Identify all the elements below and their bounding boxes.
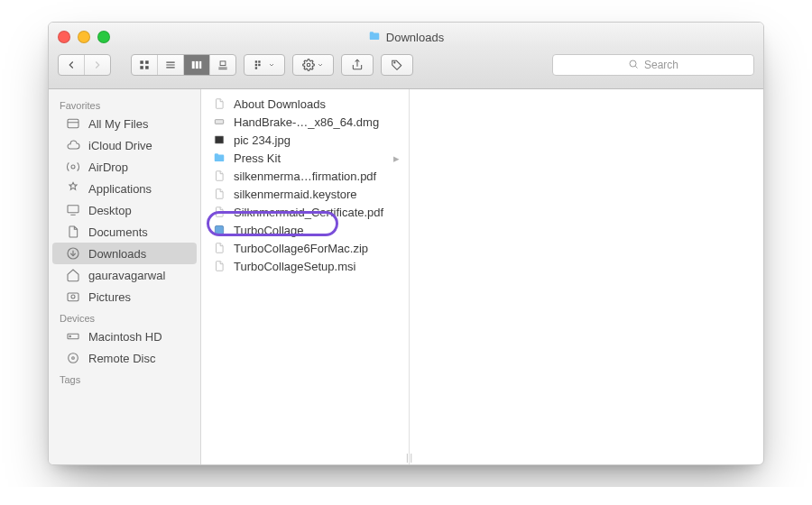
window-title-text: Downloads	[386, 31, 444, 44]
coverflow-view-button[interactable]	[210, 55, 235, 75]
forward-button[interactable]	[85, 55, 110, 75]
folder-item[interactable]: Press Kit▸	[201, 149, 409, 167]
list-view-button[interactable]	[158, 55, 184, 75]
file-item[interactable]: HandBrake-…_x86_64.dmg	[201, 113, 409, 131]
svg-point-34	[69, 354, 78, 363]
file-item[interactable]: TurboCollage6ForMac.zip	[201, 239, 409, 257]
sidebar-item-desktop[interactable]: Desktop	[52, 199, 197, 221]
sidebar-item-label: gauravagarwal	[88, 269, 165, 282]
file-item[interactable]: About Downloads	[201, 95, 409, 113]
action-button[interactable]	[292, 54, 334, 76]
sidebar: Favorites All My Files iCloud Drive AirD…	[49, 89, 201, 465]
image-icon	[212, 133, 226, 147]
sidebar-item-label: Pictures	[88, 290, 131, 304]
desktop-icon	[65, 202, 81, 218]
sidebar-item-downloads[interactable]: Downloads	[52, 243, 197, 264]
file-column: About Downloads HandBrake-…_x86_64.dmg p…	[201, 89, 410, 465]
file-label: silkenmerma…firmation.pdf	[234, 170, 400, 183]
sidebar-item-icloud-drive[interactable]: iCloud Drive	[52, 134, 197, 156]
sidebar-item-label: Remote Disc	[88, 352, 155, 365]
document-icon	[212, 187, 226, 201]
file-label: TurboCollage6ForMac.zip	[234, 242, 400, 255]
hdd-icon	[65, 328, 81, 344]
file-item[interactable]: silkenmerma…firmation.pdf	[201, 167, 409, 185]
sidebar-section-header: Favorites	[49, 95, 200, 113]
sidebar-item-applications[interactable]: Applications	[52, 178, 197, 199]
folder-icon	[212, 151, 226, 165]
icon-view-button[interactable]	[132, 55, 158, 75]
svg-rect-2	[140, 66, 143, 69]
content-area: Favorites All My Files iCloud Drive AirD…	[49, 89, 763, 465]
tags-button[interactable]	[381, 54, 413, 76]
close-window-button[interactable]	[58, 31, 70, 43]
file-item[interactable]: Silknmermaid_Certificate.pdf	[201, 203, 409, 221]
sidebar-item-all-my-files[interactable]: All My Files	[52, 113, 197, 134]
svg-rect-14	[255, 64, 257, 66]
svg-rect-8	[196, 61, 198, 69]
svg-point-21	[630, 60, 636, 67]
file-label: pic 234.jpg	[234, 133, 400, 147]
sidebar-item-label: AirDrop	[88, 161, 128, 174]
sidebar-item-pictures[interactable]: Pictures	[52, 286, 197, 308]
file-label: Press Kit	[234, 152, 386, 165]
sidebar-item-label: Documents	[88, 225, 148, 239]
documents-icon	[65, 224, 81, 240]
minimize-window-button[interactable]	[78, 31, 90, 43]
file-label: TurboCollageSetup.msi	[234, 260, 400, 273]
back-button[interactable]	[59, 55, 85, 75]
sidebar-item-documents[interactable]: Documents	[52, 221, 197, 243]
sidebar-item-home[interactable]: gauravagarwal	[52, 264, 197, 286]
svg-line-22	[635, 66, 637, 68]
svg-rect-0	[140, 60, 143, 64]
svg-rect-17	[258, 64, 260, 66]
share-button[interactable]	[341, 54, 374, 76]
sidebar-section-header: Devices	[49, 308, 200, 326]
svg-point-35	[72, 357, 75, 360]
file-label: TurboCollage	[234, 224, 400, 237]
file-item[interactable]: silkenmermaid.keystore	[201, 185, 409, 203]
sidebar-item-label: Macintosh HD	[88, 330, 162, 344]
file-label: About Downloads	[234, 97, 400, 111]
file-item[interactable]: TurboCollageSetup.msi	[201, 257, 409, 275]
svg-rect-9	[199, 61, 201, 69]
zoom-window-button[interactable]	[97, 31, 110, 43]
chevron-right-icon: ▸	[393, 152, 400, 165]
svg-rect-15	[255, 67, 257, 69]
file-item-turbocollage[interactable]: TurboCollage	[201, 221, 409, 239]
pictures-icon	[65, 289, 81, 305]
finder-window: Downloads Sear	[48, 22, 764, 465]
svg-point-18	[307, 63, 310, 67]
svg-rect-10	[220, 61, 226, 66]
column-view-button[interactable]	[184, 55, 210, 75]
dmg-icon	[212, 115, 226, 129]
search-placeholder: Search	[644, 59, 678, 71]
sidebar-item-remote-disc[interactable]: Remote Disc	[52, 347, 197, 369]
airdrop-icon	[65, 159, 81, 175]
svg-point-31	[71, 295, 75, 298]
svg-rect-7	[192, 61, 195, 69]
file-item[interactable]: pic 234.jpg	[201, 131, 409, 149]
toolbar: Search	[49, 47, 763, 89]
folder-icon	[368, 30, 381, 45]
titlebar: Downloads	[49, 23, 763, 47]
disc-icon	[65, 350, 81, 366]
sidebar-item-airdrop[interactable]: AirDrop	[52, 156, 197, 178]
arrange-button[interactable]	[244, 54, 285, 76]
file-label: HandBrake-…_x86_64.dmg	[234, 115, 400, 129]
applications-icon	[65, 180, 81, 197]
search-field[interactable]: Search	[552, 54, 754, 76]
home-icon	[65, 267, 81, 283]
sidebar-item-label: Desktop	[88, 204, 132, 217]
column-resize-handle[interactable]: ||	[406, 453, 414, 463]
sidebar-item-label: Downloads	[88, 247, 146, 261]
svg-rect-38	[215, 225, 223, 234]
window-title: Downloads	[49, 30, 763, 45]
downloads-icon	[65, 245, 81, 262]
sidebar-item-macintosh-hd[interactable]: Macintosh HD	[52, 326, 197, 347]
cloud-icon	[65, 137, 81, 153]
document-icon	[212, 96, 226, 111]
svg-point-20	[394, 62, 395, 63]
view-mode-switch	[131, 54, 236, 76]
window-controls	[58, 31, 110, 43]
sidebar-item-label: All My Files	[88, 117, 148, 131]
